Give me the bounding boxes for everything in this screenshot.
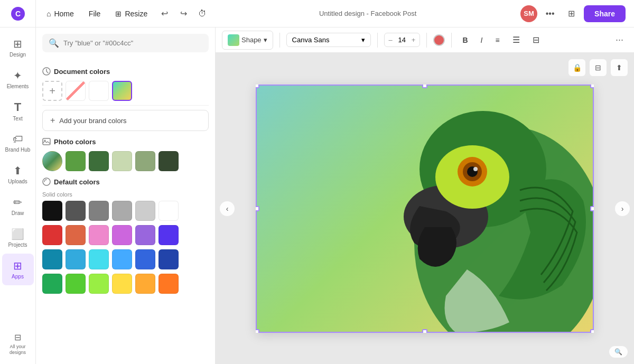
present-button[interactable]: ⊞ — [563, 5, 580, 22]
darkblue-swatch[interactable] — [158, 249, 179, 269]
photo-colors-row — [42, 151, 209, 171]
avatar[interactable]: SM — [520, 5, 537, 22]
align-left-button[interactable]: ≡ — [491, 33, 504, 47]
add-color-swatch[interactable]: + — [42, 81, 62, 101]
photo-greygreen-swatch[interactable] — [135, 151, 155, 171]
grey-swatch[interactable] — [89, 201, 109, 221]
sidebar-item-label: Uploads — [8, 179, 27, 184]
sidebar-item-draw[interactable]: ✏ Draw — [2, 190, 34, 222]
sidebar-item-label: Elements — [7, 83, 29, 89]
document-colors-icon — [42, 67, 51, 76]
sidebar-item-label: Projects — [8, 242, 27, 248]
document-title: Untitled design - Facebook Post — [215, 10, 520, 17]
resize-icon: ⊞ — [115, 10, 122, 18]
search-input[interactable] — [63, 39, 202, 47]
list-button[interactable]: ☰ — [508, 32, 524, 48]
canvas-next-button[interactable]: › — [615, 201, 630, 216]
resize-button[interactable]: ⊞ Resize — [109, 6, 154, 21]
timer-button[interactable]: ⏱ — [194, 5, 211, 22]
yellow-green-swatch[interactable] — [89, 274, 109, 294]
default-colors-row2 — [42, 225, 209, 245]
file-button[interactable]: File — [82, 6, 107, 21]
toolbar-divider-2 — [377, 33, 378, 48]
canvas-zoom-button[interactable]: 🔍 — [609, 346, 628, 358]
lock-button[interactable]: 🔒 — [568, 59, 585, 76]
more-options-button[interactable]: ••• — [542, 5, 558, 22]
sidebar-item-elements[interactable]: ✦ Elements — [2, 63, 34, 95]
undo-button[interactable]: ↩ — [156, 5, 173, 22]
darkorange-swatch[interactable] — [158, 274, 179, 294]
shape-label: Shape — [241, 36, 262, 44]
brand-hub-icon: 🏷 — [13, 133, 23, 145]
teal-swatch[interactable] — [42, 249, 62, 269]
sky-swatch[interactable] — [66, 249, 86, 269]
sidebar-item-projects[interactable]: ⬜ Projects — [2, 222, 34, 254]
home-button[interactable]: ⌂ Home — [40, 6, 80, 21]
photo-lightgreen-swatch[interactable] — [112, 151, 132, 171]
indigo-swatch[interactable] — [158, 225, 179, 245]
sidebar-item-brand-hub[interactable]: 🏷 Brand Hub — [2, 127, 34, 158]
document-colors-label: Document colors — [54, 68, 110, 76]
redo-button[interactable]: ↪ — [175, 5, 192, 22]
gradient-swatch[interactable] — [112, 81, 132, 101]
canvas-frame — [256, 85, 594, 333]
violet-swatch[interactable] — [112, 225, 132, 245]
divider-1 — [42, 105, 209, 106]
share-button[interactable]: Share — [584, 5, 626, 22]
lightgrey-swatch[interactable] — [112, 201, 132, 221]
main-content: ⊞ Design ✦ Elements T Text 🏷 Brand Hub ⬆… — [0, 27, 634, 364]
plus-icon-toolbar[interactable]: + — [412, 36, 416, 44]
document-colors-row: + — [42, 81, 209, 101]
darkgrey-swatch[interactable] — [66, 201, 86, 221]
font-size-input[interactable] — [395, 36, 409, 44]
sidebar-item-text[interactable]: T Text — [2, 95, 34, 127]
canvas-controls: 🔒 ⊟ ⬆ — [568, 59, 628, 76]
default-colors-row1 — [42, 201, 209, 221]
sidebar-item-design[interactable]: ⊞ Design — [2, 32, 34, 63]
silver-swatch[interactable] — [135, 201, 155, 221]
white-default-swatch[interactable] — [158, 201, 179, 221]
topbar: C ⌂ Home File ⊞ Resize ↩ ↪ ⏱ Untitled de… — [0, 0, 634, 27]
pink-swatch[interactable] — [89, 225, 109, 245]
svg-text:C: C — [15, 10, 20, 18]
search-icon: 🔍 — [49, 38, 59, 48]
photo-green2-swatch[interactable] — [89, 151, 109, 171]
share-canvas-button[interactable]: ⬆ — [611, 59, 628, 76]
bold-button[interactable]: B — [458, 33, 472, 47]
parrot-image — [256, 85, 594, 333]
canvas-background — [256, 85, 594, 333]
yellow-swatch[interactable] — [112, 274, 132, 294]
font-selector[interactable]: Canva Sans ▾ — [286, 33, 371, 47]
photo-darkgreen-swatch[interactable] — [158, 151, 179, 171]
photo-thumb-swatch[interactable] — [42, 151, 62, 171]
italic-button[interactable]: I — [477, 33, 487, 47]
font-size-control: – + — [384, 33, 421, 47]
minus-icon[interactable]: – — [389, 36, 393, 44]
toolbar-more-button[interactable]: ··· — [611, 32, 628, 48]
text-color-button[interactable] — [433, 34, 445, 46]
add-brand-colors-button[interactable]: + Add your brand colors — [42, 110, 209, 131]
indent-button[interactable]: ⊟ — [528, 32, 544, 48]
lime-swatch[interactable] — [66, 274, 86, 294]
red-swatch[interactable] — [42, 225, 62, 245]
photo-green1-swatch[interactable] — [66, 151, 86, 171]
cyan-swatch[interactable] — [89, 249, 109, 269]
solid-colors-label: Solid colors — [42, 191, 209, 198]
blue-swatch[interactable] — [112, 249, 132, 269]
white-swatch[interactable] — [89, 81, 109, 101]
sidebar-item-apps[interactable]: ⊞ Apps — [2, 254, 34, 285]
coral-swatch[interactable] — [66, 225, 86, 245]
purple-swatch[interactable] — [135, 225, 155, 245]
zoom-icon: 🔍 — [614, 348, 622, 356]
black-swatch[interactable] — [42, 201, 62, 221]
sidebar-item-uploads[interactable]: ⬆ Uploads — [2, 158, 34, 190]
canvas-prev-button[interactable]: ‹ — [220, 201, 235, 216]
toolbar-divider-3 — [426, 33, 427, 48]
sidebar-item-all-designs[interactable]: ⊟ All your designs — [2, 328, 34, 360]
orange-swatch[interactable] — [135, 274, 155, 294]
shape-button[interactable]: Shape ▾ — [222, 31, 273, 50]
royalblue-swatch[interactable] — [135, 249, 155, 269]
green-swatch[interactable] — [42, 274, 62, 294]
copy-button[interactable]: ⊟ — [590, 59, 607, 76]
transparent-swatch[interactable] — [66, 81, 86, 101]
